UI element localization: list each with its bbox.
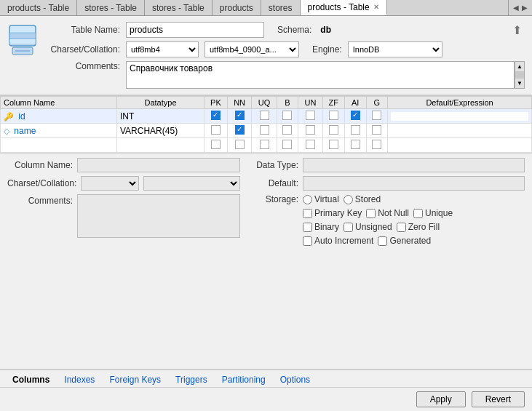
bottom-tab-options-label: Options [280,375,310,385]
detail-default-input[interactable] [303,176,525,191]
nn-checkbox[interactable] [235,125,245,135]
auto-increment-checkbox[interactable] [303,236,312,246]
storage-virtual-radio[interactable] [303,195,312,204]
detail-collation-select[interactable] [143,176,240,191]
zero-fill-label[interactable]: Zero Fill [397,222,440,232]
collation-select[interactable]: utf8mb4_0900_a... [205,41,299,57]
pk-checkbox[interactable] [211,125,221,135]
unique-checkbox[interactable] [413,209,423,218]
uq-checkbox[interactable] [260,125,269,135]
bottom-tab-triggers[interactable]: Triggers [169,372,214,387]
table-row[interactable]: ◇ name VARCHAR(45) [1,124,532,138]
diamond-icon: ◇ [4,127,9,135]
col-default-cell [388,124,532,138]
col-default-cell [388,109,532,124]
scroll-down-arrow[interactable]: ▼ [515,79,524,88]
top-section: Table Name: Schema: db ⬆ Charset/Collati… [0,16,532,153]
bottom-tab-indexes[interactable]: Indexes [57,372,101,387]
table-row[interactable]: 🔑 id INT [1,109,532,124]
g-checkbox-empty[interactable] [372,140,381,149]
b-checkbox[interactable] [282,125,292,135]
storage-stored-label[interactable]: Stored [344,194,381,204]
not-null-label[interactable]: Not Null [366,208,409,218]
tab-products-table-active[interactable]: products - Table ✕ [301,0,387,15]
detail-col-name-input[interactable] [77,158,240,172]
un-checkbox-empty[interactable] [306,140,315,149]
bottom-tab-partitioning[interactable]: Partitioning [215,372,272,387]
tab-products[interactable]: products [213,0,261,15]
zf-checkbox[interactable] [329,111,338,120]
empty-cell [277,138,298,153]
charset-select[interactable]: utf8mb4 [126,41,199,57]
primary-key-checkbox[interactable] [303,209,312,218]
comments-textarea[interactable]: Справочник товаров [126,61,515,89]
generated-checkbox[interactable] [378,236,387,246]
pk-checkbox-empty[interactable] [211,140,221,149]
detail-charset-select[interactable] [81,176,139,191]
col-pk-cell [205,124,228,138]
col-b-cell [277,124,298,138]
apply-button[interactable]: Apply [416,391,466,407]
th-nn: NN [227,97,251,109]
db-icon [4,22,41,58]
pk-checkbox[interactable] [211,111,221,120]
zero-fill-checkbox[interactable] [397,223,406,232]
collapse-up-icon[interactable]: ⬆ [512,23,525,37]
default-input[interactable] [391,112,528,121]
g-checkbox[interactable] [372,111,381,120]
nn-checkbox[interactable] [235,111,245,120]
bottom-tab-partitioning-label: Partitioning [222,375,266,385]
engine-select[interactable]: InnoDB [348,41,442,57]
auto-increment-text: Auto Increment [314,236,373,246]
storage-stored-radio[interactable] [344,195,353,204]
default-input[interactable] [391,127,528,135]
scroll-up-arrow[interactable]: ▲ [515,62,524,71]
auto-increment-label[interactable]: Auto Increment [303,236,373,246]
tab-stores[interactable]: stores [261,0,301,15]
comments-scrollbar: ▲ ▼ [515,61,525,89]
zf-checkbox[interactable] [329,125,338,135]
binary-label[interactable]: Binary [303,222,339,232]
un-checkbox[interactable] [306,111,315,120]
primary-key-label[interactable]: Primary Key [303,208,362,218]
binary-text: Binary [314,222,339,232]
tab-stores-table-2[interactable]: stores - Table [145,0,213,15]
tab-products-table-1[interactable]: products - Table [0,0,77,15]
tab-nav-left[interactable]: ◀ [512,4,520,12]
bottom-tab-options[interactable]: Options [274,372,317,387]
revert-button[interactable]: Revert [472,391,525,407]
bottom-tab-columns[interactable]: Columns [6,372,56,387]
unsigned-label[interactable]: Unsigned [344,222,392,232]
uq-checkbox-empty[interactable] [260,140,269,149]
bottom-tab-foreign-keys[interactable]: Foreign Keys [103,372,167,387]
b-checkbox[interactable] [282,111,292,120]
un-checkbox[interactable] [306,125,315,135]
g-checkbox[interactable] [372,125,381,135]
nn-checkbox-empty[interactable] [235,140,245,149]
svg-rect-2 [9,39,36,44]
table-name-input[interactable] [126,22,264,38]
detail-comments-textarea[interactable] [77,194,240,238]
zf-checkbox-empty[interactable] [329,140,338,149]
unsigned-checkbox[interactable] [344,223,353,232]
tab-nav-right[interactable]: ▶ [520,4,529,12]
bottom-tab-foreign-keys-label: Foreign Keys [109,375,161,385]
tab-close-icon[interactable]: ✕ [373,3,379,11]
col-datatype-cell: VARCHAR(45) [117,124,205,138]
binary-checkbox[interactable] [303,223,312,232]
not-null-checkbox[interactable] [366,209,376,218]
ai-checkbox-empty[interactable] [351,140,360,149]
detail-col-name-row: Column Name: [7,158,240,172]
ai-checkbox[interactable] [351,125,360,135]
ai-checkbox[interactable] [351,111,360,120]
tab-stores-table-1[interactable]: stores - Table [77,0,145,15]
generated-label[interactable]: Generated [378,236,431,246]
primary-key-text: Primary Key [314,208,362,218]
col-un-cell [298,124,322,138]
uq-checkbox[interactable] [260,111,269,120]
detail-checkboxes-row1: Primary Key Not Null Unique [255,208,525,218]
storage-virtual-label[interactable]: Virtual [303,194,339,204]
unique-label[interactable]: Unique [413,208,453,218]
b-checkbox-empty[interactable] [282,140,292,149]
detail-data-type-input[interactable] [303,158,525,172]
